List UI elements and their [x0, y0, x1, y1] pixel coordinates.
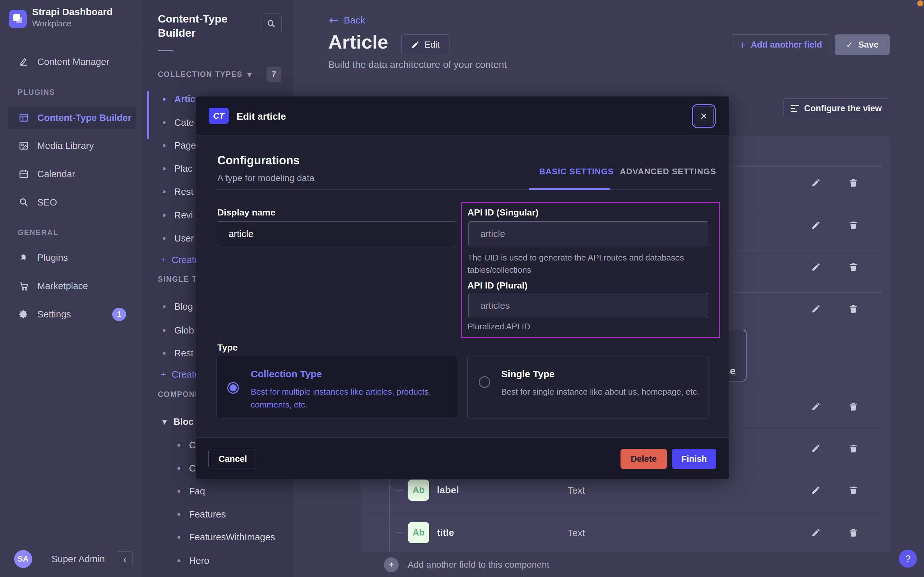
- filter-lines-icon: [791, 103, 799, 114]
- recording-indicator-dot: [917, 0, 923, 6]
- component-item-features[interactable]: Features: [177, 508, 226, 521]
- trash-icon[interactable]: [846, 441, 860, 455]
- sidebar-item-restaurant-single[interactable]: Rest: [163, 347, 194, 360]
- add-another-field-button[interactable]: + Add another field: [731, 34, 831, 55]
- save-button[interactable]: ✓ Save: [835, 34, 890, 55]
- edit-pencil-icon[interactable]: [809, 176, 823, 190]
- tab-basic-settings[interactable]: BASIC SETTINGS: [539, 167, 614, 177]
- sidebar-item-restaurant[interactable]: Rest: [163, 185, 194, 198]
- api-id-singular-label: API ID (Singular): [468, 208, 538, 218]
- edit-pencil-icon[interactable]: [809, 302, 823, 316]
- search-button[interactable]: [261, 13, 282, 34]
- page-subtitle: Build the data architecture of your cont…: [328, 59, 507, 70]
- sidebar-item-article[interactable]: Artic: [163, 92, 196, 106]
- dialog-header: CT Edit article: [196, 97, 729, 135]
- bullet-icon: [177, 513, 180, 516]
- sidebar-item-review[interactable]: Revi: [163, 208, 193, 222]
- field-type: Text: [568, 528, 585, 538]
- sidebar-item-marketplace[interactable]: Marketplace: [8, 274, 136, 298]
- table-row-actions: [809, 400, 860, 414]
- edit-button[interactable]: Edit: [401, 34, 450, 55]
- sidebar-item-place[interactable]: Plac: [163, 162, 192, 175]
- radio-selected-icon[interactable]: [227, 382, 239, 394]
- create-collection-type-link[interactable]: +Create: [161, 253, 200, 267]
- sidebar-item-content-type-builder[interactable]: Content-Type Builder: [8, 106, 136, 129]
- display-name-input[interactable]: article: [217, 221, 456, 247]
- bullet-icon: [177, 536, 180, 539]
- back-link[interactable]: ← Back: [329, 13, 365, 27]
- api-id-plural-input[interactable]: articles: [468, 293, 708, 318]
- tab-advanced-settings[interactable]: ADVANCED SETTINGS: [620, 167, 716, 177]
- sidebar-item-user[interactable]: User: [163, 232, 194, 245]
- check-icon: ✓: [846, 40, 853, 50]
- trash-icon[interactable]: [846, 525, 860, 540]
- collapse-sidebar-button[interactable]: ‹: [117, 551, 133, 567]
- edit-pencil-icon[interactable]: [809, 483, 823, 497]
- dialog-footer: Cancel Delete Finish: [196, 437, 729, 479]
- add-field-to-component-row[interactable]: + Add another field to this component: [361, 552, 890, 577]
- sidebar-item-global[interactable]: Glob: [163, 324, 194, 337]
- sidebar-item-media-library[interactable]: Media Library: [8, 134, 136, 157]
- sidebar-item-plugins[interactable]: Plugins: [8, 246, 136, 269]
- finish-button[interactable]: Finish: [672, 449, 716, 469]
- components-header[interactable]: COMPONE: [158, 390, 201, 399]
- edit-pencil-icon[interactable]: [809, 525, 823, 540]
- component-item-hero[interactable]: Hero: [177, 554, 209, 567]
- cart-icon: [18, 280, 30, 292]
- sidebar-item-settings[interactable]: Settings 1: [8, 303, 136, 326]
- trash-icon[interactable]: [846, 400, 860, 414]
- trash-icon[interactable]: [846, 260, 860, 274]
- gear-icon: [18, 308, 30, 320]
- search-icon: [267, 19, 276, 29]
- image-icon: [18, 140, 30, 152]
- api-id-plural-hint: Pluralized API ID: [468, 320, 530, 332]
- scrollbar-thumb[interactable]: [147, 91, 149, 139]
- display-name-label: Display name: [217, 208, 276, 218]
- bullet-icon: [163, 214, 166, 217]
- close-icon: [700, 112, 708, 120]
- plus-icon: +: [384, 558, 399, 572]
- api-id-singular-input[interactable]: article: [468, 221, 708, 247]
- component-item-cta[interactable]: Ct: [177, 438, 198, 452]
- component-item-featureswithimages[interactable]: FeaturesWithImages: [177, 530, 275, 544]
- table-row-actions: [809, 441, 860, 455]
- help-button[interactable]: ?: [899, 550, 917, 568]
- trash-icon[interactable]: [846, 302, 860, 316]
- general-section-label: GENERAL: [18, 228, 58, 237]
- component-item-cta2[interactable]: Ct: [177, 461, 198, 475]
- settings-badge: 1: [112, 308, 126, 321]
- bullet-icon: [163, 167, 166, 170]
- table-row-actions: [809, 525, 860, 540]
- strapi-logo: [9, 10, 27, 28]
- sidebar-item-page[interactable]: Page: [163, 139, 196, 152]
- plus-icon: +: [739, 39, 746, 51]
- edit-pencil-icon[interactable]: [809, 400, 823, 414]
- bullet-icon: [177, 490, 180, 493]
- bullet-icon: [163, 329, 166, 332]
- sidebar-item-category[interactable]: Cate: [163, 116, 194, 129]
- radio-unselected-icon[interactable]: [479, 376, 490, 388]
- trash-icon[interactable]: [846, 218, 860, 232]
- collection-type-option[interactable]: Collection Type Best for multiple instan…: [216, 356, 457, 418]
- trash-icon[interactable]: [846, 483, 860, 497]
- trash-icon[interactable]: [846, 176, 860, 190]
- configure-view-button[interactable]: Configure the view: [783, 98, 889, 118]
- sidebar-item-seo[interactable]: SEO: [8, 191, 136, 214]
- single-type-option[interactable]: Single Type Best for single instance lik…: [468, 356, 709, 418]
- close-button[interactable]: [694, 106, 714, 126]
- sidebar-item-blog[interactable]: Blog: [163, 300, 193, 313]
- sidebar-item-calendar[interactable]: Calendar: [8, 163, 136, 185]
- avatar[interactable]: SA: [14, 550, 32, 568]
- edit-pencil-icon[interactable]: [809, 260, 823, 274]
- user-name: Super Admin: [51, 554, 105, 564]
- sidebar-item-content-manager[interactable]: Content Manager: [8, 50, 136, 73]
- delete-button[interactable]: Delete: [620, 449, 667, 469]
- cancel-button[interactable]: Cancel: [208, 449, 257, 469]
- table-row-actions: [809, 302, 860, 316]
- collection-types-header[interactable]: COLLECTION TYPES ▼: [158, 70, 253, 79]
- edit-pencil-icon[interactable]: [809, 441, 823, 455]
- component-item-faq[interactable]: Faq: [177, 484, 205, 498]
- component-group-blocks[interactable]: ▼ Bloc: [162, 415, 194, 429]
- edit-pencil-icon[interactable]: [809, 218, 823, 232]
- create-single-type-link[interactable]: +Create: [161, 367, 200, 381]
